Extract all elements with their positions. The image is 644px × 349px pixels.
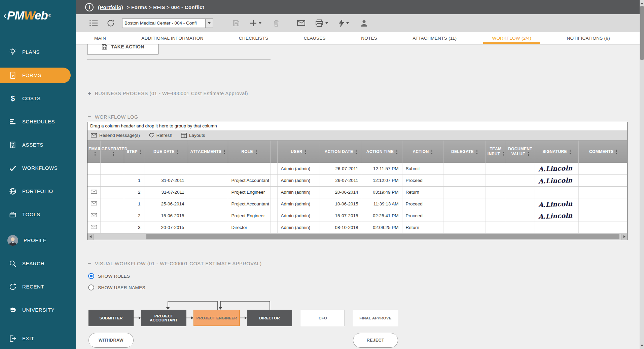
show-roles-radio[interactable]: SHOW ROLES — [88, 273, 130, 279]
sidebar-item-costs[interactable]: $ COSTS — [0, 87, 76, 110]
table-row[interactable]: 1 31-07-2011 Project Accountant Admin (a… — [87, 174, 627, 186]
sidebar-item-profile[interactable]: PROFILE — [0, 229, 76, 252]
horizontal-scrollbar[interactable] — [87, 234, 627, 240]
column-menu-icon[interactable] — [570, 150, 571, 154]
withdraw-button[interactable]: WITHDRAW — [88, 333, 134, 348]
column-menu-icon[interactable] — [528, 152, 529, 156]
record-selector-dropdown[interactable] — [205, 19, 213, 28]
column-menu-icon[interactable] — [476, 150, 477, 154]
tab-notes[interactable]: NOTES — [352, 32, 386, 44]
save-icon[interactable] — [232, 20, 240, 27]
print-dropdown-icon[interactable] — [325, 22, 328, 24]
sidebar-item-assets[interactable]: ASSETS — [0, 133, 76, 156]
horizontal-scrollbar-thumb[interactable] — [146, 234, 619, 239]
business-process-section-header[interactable]: BUSINESS PROCESS (01 - WF-000001 Cost Es… — [87, 90, 248, 97]
col-header-action-date[interactable]: ACTION DATE — [320, 141, 362, 163]
tab-attachments[interactable]: ATTACHMENTS (11) — [404, 32, 465, 44]
column-menu-icon[interactable] — [113, 152, 114, 156]
info-icon[interactable] — [85, 3, 94, 11]
table-row[interactable]: Admin (admin) 26-07-2011 12:11:57 PM Sub… — [87, 163, 627, 174]
vertical-scrollbar[interactable] — [640, 0, 644, 349]
sidebar-item-recent[interactable]: RECENT — [0, 275, 76, 298]
column-menu-icon[interactable] — [140, 150, 141, 154]
list-view-icon[interactable] — [89, 20, 98, 26]
col-header-comments[interactable]: COMMENTS — [578, 141, 627, 163]
column-menu-icon[interactable] — [356, 150, 357, 154]
reject-button[interactable]: REJECT — [353, 333, 398, 348]
column-menu-icon[interactable] — [95, 152, 96, 156]
column-menu-icon[interactable] — [177, 150, 178, 154]
expand-icon[interactable] — [87, 90, 92, 97]
workflow-log-section-header[interactable]: WORKFLOW LOG — [87, 114, 138, 120]
email-icon[interactable] — [297, 20, 305, 26]
print-icon[interactable] — [315, 20, 328, 27]
sidebar-item-forms[interactable]: FORMS — [0, 68, 71, 83]
scroll-right-icon[interactable] — [621, 234, 627, 240]
col-header-team-input[interactable]: TEAM INPUT — [486, 141, 506, 163]
user-icon[interactable] — [360, 20, 368, 27]
tab-notifications[interactable]: NOTIFICATIONS (9) — [558, 32, 619, 44]
radio-selected-icon[interactable] — [88, 273, 94, 279]
column-menu-icon[interactable] — [616, 150, 617, 154]
add-dropdown-icon[interactable] — [259, 22, 261, 24]
cell-action-time: 03:19:49 PM — [362, 186, 402, 198]
group-by-drop-zone[interactable]: Drag a column header and drop it here to… — [87, 122, 627, 130]
collapse-sidebar-icon[interactable]: ‹ — [3, 10, 7, 21]
add-record-icon[interactable] — [250, 20, 261, 27]
sidebar-item-schedules[interactable]: SCHEDULES — [0, 110, 76, 133]
col-header-document-value[interactable]: DOCUMENT VALUE — [506, 141, 535, 163]
column-menu-icon[interactable] — [305, 150, 306, 154]
col-header-role[interactable]: ROLE — [228, 141, 270, 163]
record-selector[interactable]: Boston Medical Center - 004 - Confl — [122, 18, 213, 28]
tab-clauses[interactable]: CLAUSES — [295, 32, 334, 44]
collapse-icon[interactable] — [87, 260, 92, 267]
col-header-signature[interactable]: SIGNATURE — [535, 141, 578, 163]
record-history-icon[interactable] — [107, 19, 115, 27]
col-header-action[interactable]: ACTION — [402, 141, 443, 163]
collapse-icon[interactable] — [87, 114, 92, 120]
actions-dropdown-icon[interactable] — [346, 22, 349, 24]
column-menu-icon[interactable] — [396, 150, 397, 154]
col-header-user[interactable]: USER — [277, 141, 320, 163]
table-row[interactable]: 2 15-06-2015 Project Engineer Admin (adm… — [87, 210, 627, 222]
column-menu-icon[interactable] — [431, 150, 432, 154]
col-header-action-time[interactable]: ACTION TIME — [362, 141, 402, 163]
sidebar-item-plans[interactable]: PLANS — [0, 40, 76, 64]
col-header-generated[interactable]: GENERATED — [100, 141, 124, 163]
radio-unselected-icon[interactable] — [88, 284, 94, 290]
column-menu-icon[interactable] — [224, 150, 225, 154]
col-header-email[interactable]: EMAIL — [87, 141, 100, 163]
column-menu-icon[interactable] — [503, 152, 504, 156]
sidebar-item-university[interactable]: UNIVERSITY — [0, 298, 76, 321]
sidebar-item-workflows[interactable]: WORKFLOWS — [0, 156, 76, 180]
show-user-names-radio[interactable]: SHOW USER NAMES — [88, 284, 145, 290]
refresh-button[interactable]: Refresh — [149, 132, 172, 138]
tab-checklists[interactable]: CHECKLISTS — [230, 32, 277, 44]
col-header-step[interactable]: STEP — [124, 141, 144, 163]
col-header-due-date[interactable]: DUE DATE — [144, 141, 188, 163]
col-header-attachments[interactable]: ATTACHMENTS — [188, 141, 228, 163]
breadcrumb-portfolio-link[interactable]: (Portfolio) — [98, 4, 123, 10]
column-menu-icon[interactable] — [256, 150, 257, 154]
sidebar-item-exit[interactable]: EXIT — [0, 327, 76, 349]
vertical-scrollbar-thumb[interactable] — [640, 6, 644, 60]
table-row[interactable]: 3 20-07-2015 Director Admin (admin) 08-1… — [87, 222, 627, 233]
sidebar-item-tools[interactable]: TOOLS — [0, 203, 76, 226]
tab-workflow[interactable]: WORKFLOW (2/4) — [483, 32, 540, 44]
take-action-button[interactable]: TAKE ACTION — [87, 44, 158, 54]
visual-workflow-section-header[interactable]: VISUAL WORKFLOW (01 - WF-C00001 COST EST… — [87, 260, 262, 267]
sidebar-item-portfolio[interactable]: PORTFOLIO — [0, 180, 76, 203]
actions-lightning-icon[interactable] — [339, 19, 349, 27]
tab-additional-information[interactable]: ADDITIONAL INFORMATION — [133, 32, 212, 44]
sidebar-item-search[interactable]: SEARCH — [0, 252, 76, 275]
scroll-down-icon[interactable] — [640, 343, 644, 348]
tab-main[interactable]: MAIN — [85, 32, 115, 44]
scroll-up-icon[interactable] — [640, 1, 644, 6]
resend-messages-button[interactable]: Resend Message(s) — [91, 133, 140, 138]
scroll-left-icon[interactable] — [87, 234, 94, 240]
col-header-delegate[interactable]: DELEGATE — [443, 141, 486, 163]
layouts-button[interactable]: Layouts — [181, 133, 205, 138]
delete-icon[interactable] — [273, 20, 280, 27]
table-row[interactable]: 2 31-07-2011 Project Engineer Admin (adm… — [87, 186, 627, 198]
table-row[interactable]: 1 25-06-2014 Project Accountant Admin (a… — [87, 198, 627, 210]
